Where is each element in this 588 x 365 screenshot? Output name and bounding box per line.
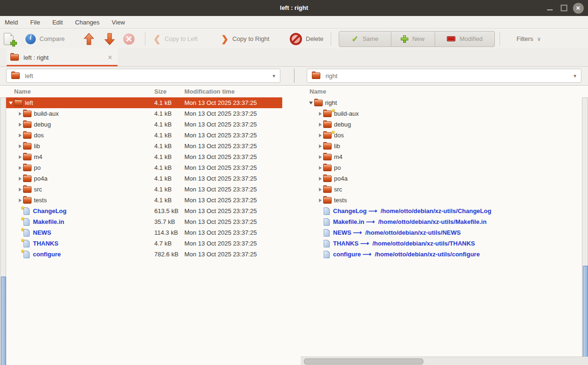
new-toggle-button[interactable]: New bbox=[391, 31, 435, 47]
copy-to-right-label: Copy to Right bbox=[232, 35, 270, 42]
expander-collapsed-icon[interactable] bbox=[19, 134, 22, 137]
window-title: left : right bbox=[0, 0, 588, 16]
row-size: 114.3 kB bbox=[154, 227, 178, 238]
expander-collapsed-icon[interactable] bbox=[19, 155, 22, 159]
menu-edit[interactable]: Edit bbox=[52, 19, 68, 26]
minimize-button[interactable] bbox=[543, 0, 557, 16]
expander-collapsed-icon[interactable] bbox=[319, 155, 322, 159]
left-scrollbar-thumb[interactable] bbox=[1, 277, 6, 365]
expander-collapsed-icon[interactable] bbox=[319, 134, 322, 137]
right-scrollbar-thumb[interactable] bbox=[583, 266, 588, 357]
symlink-target: ⟶ /home/otto/debian/xz-utils/NEWS bbox=[351, 227, 461, 238]
tree-row[interactable]: tests4.1 kBMon 13 Oct 2025 23:37:25 bbox=[6, 195, 282, 206]
delete-button[interactable]: Delete bbox=[290, 29, 324, 48]
tab-left-right[interactable]: left : right × bbox=[7, 48, 118, 66]
tree-row[interactable]: right bbox=[301, 97, 582, 108]
right-path-combobox[interactable]: right ▾ bbox=[307, 69, 581, 83]
tree-row[interactable]: m44.1 kBMon 13 Oct 2025 23:37:25 bbox=[6, 151, 282, 162]
expander-expanded-icon[interactable] bbox=[9, 102, 13, 104]
expander-collapsed-icon[interactable] bbox=[19, 198, 22, 202]
expander-collapsed-icon[interactable] bbox=[19, 144, 22, 148]
tree-row[interactable]: ChangeLog ⟶ /home/otto/debian/xz-utils/C… bbox=[301, 206, 582, 216]
tree-row[interactable]: left4.1 kBMon 13 Oct 2025 23:37:25 bbox=[6, 97, 282, 108]
left-vertical-scrollbar[interactable] bbox=[0, 97, 6, 365]
tree-row[interactable]: lib4.1 kBMon 13 Oct 2025 23:37:25 bbox=[6, 141, 282, 151]
expander-collapsed-icon[interactable] bbox=[319, 112, 322, 116]
next-change-button[interactable] bbox=[104, 29, 115, 48]
expander-collapsed-icon[interactable] bbox=[319, 177, 322, 181]
tree-row[interactable]: po4.1 kBMon 13 Oct 2025 23:37:25 bbox=[6, 162, 282, 173]
tree-row[interactable]: ★THANKS4.7 kBMon 13 Oct 2025 23:37:25 bbox=[6, 238, 282, 249]
copy-to-right-button[interactable]: ❯ Copy to Right bbox=[221, 29, 270, 48]
symlink-target: ⟶ /home/otto/debian/xz-utils/Makefile.in bbox=[364, 216, 486, 227]
expander-collapsed-icon[interactable] bbox=[319, 144, 322, 148]
right-vertical-scrollbar[interactable] bbox=[582, 97, 588, 357]
new-comparison-button[interactable] bbox=[4, 29, 14, 48]
new-emblem-star-icon: ★ bbox=[331, 130, 335, 135]
tree-row[interactable]: build-aux4.1 kBMon 13 Oct 2025 23:37:25 bbox=[6, 108, 282, 119]
tree-row[interactable]: ★ChangeLog613.5 kBMon 13 Oct 2025 23:37:… bbox=[6, 206, 282, 216]
close-button[interactable]: × bbox=[571, 0, 585, 16]
expander-collapsed-icon[interactable] bbox=[319, 198, 322, 202]
expander-collapsed-icon[interactable] bbox=[19, 177, 22, 181]
titlebar[interactable]: left : right × bbox=[0, 0, 588, 16]
maximize-button[interactable] bbox=[557, 0, 571, 16]
stop-button[interactable] bbox=[123, 29, 135, 48]
filters-button[interactable]: Filters ∨ bbox=[516, 29, 541, 48]
compare-button[interactable]: i Compare bbox=[25, 29, 64, 48]
expander-collapsed-icon[interactable] bbox=[319, 166, 322, 170]
tree-row[interactable]: ★build-aux bbox=[301, 108, 582, 119]
tree-row[interactable]: ★Makefile.in35.7 kBMon 13 Oct 2025 23:37… bbox=[6, 216, 282, 227]
tree-row[interactable]: ★dos bbox=[301, 130, 582, 141]
folder-icon bbox=[23, 143, 33, 150]
tree-row[interactable]: debug bbox=[301, 119, 582, 130]
tree-row[interactable]: ★configure782.6 kBMon 13 Oct 2025 23:37:… bbox=[6, 249, 282, 260]
copy-to-left-button[interactable]: ❮ Copy to Left bbox=[153, 29, 198, 48]
left-path-combobox[interactable]: left ▾ bbox=[6, 69, 280, 83]
row-size: 4.1 kB bbox=[154, 141, 172, 151]
horizontal-scrollbar-thumb[interactable] bbox=[304, 358, 423, 365]
previous-change-button[interactable] bbox=[84, 29, 94, 48]
folder-icon bbox=[323, 175, 333, 182]
folder-icon bbox=[14, 100, 24, 106]
expander-collapsed-icon[interactable] bbox=[319, 188, 322, 191]
tree-row[interactable]: NEWS ⟶ /home/otto/debian/xz-utils/NEWS bbox=[301, 227, 582, 238]
row-name: configure bbox=[33, 249, 61, 260]
tree-row[interactable]: debug4.1 kBMon 13 Oct 2025 23:37:25 bbox=[6, 119, 282, 130]
left-column-header-name[interactable]: Name bbox=[14, 86, 31, 97]
expander-collapsed-icon[interactable] bbox=[19, 188, 22, 191]
left-column-header-size[interactable]: Size bbox=[154, 86, 167, 97]
tree-row[interactable]: ★NEWS114.3 kBMon 13 Oct 2025 23:37:25 bbox=[6, 227, 282, 238]
tree-row[interactable]: src bbox=[301, 184, 582, 195]
tree-row[interactable]: po4a4.1 kBMon 13 Oct 2025 23:37:25 bbox=[6, 173, 282, 184]
right-column-header-name[interactable]: Name bbox=[310, 86, 326, 97]
file-icon: ★ bbox=[23, 207, 32, 215]
expander-collapsed-icon[interactable] bbox=[319, 123, 322, 127]
arrow-up-icon bbox=[84, 33, 94, 45]
tab-close-icon[interactable]: × bbox=[106, 54, 114, 61]
row-name: debug bbox=[34, 119, 51, 130]
expander-collapsed-icon[interactable] bbox=[19, 166, 22, 170]
menu-view[interactable]: View bbox=[112, 19, 131, 26]
tree-row[interactable]: lib bbox=[301, 141, 582, 151]
tree-row[interactable]: configure ⟶ /home/otto/debian/xz-utils/c… bbox=[301, 249, 582, 260]
modified-toggle-button[interactable]: Modified bbox=[435, 31, 495, 47]
expander-expanded-icon[interactable] bbox=[309, 102, 313, 104]
expander-collapsed-icon[interactable] bbox=[19, 112, 22, 116]
tree-row[interactable]: Makefile.in ⟶ /home/otto/debian/xz-utils… bbox=[301, 216, 582, 227]
same-toggle-button[interactable]: ✓ Same bbox=[339, 31, 391, 47]
right-horizontal-scrollbar[interactable] bbox=[301, 357, 588, 365]
menu-meld[interactable]: Meld bbox=[5, 19, 24, 26]
tree-row[interactable]: m4 bbox=[301, 151, 582, 162]
tree-row[interactable]: THANKS ⟶ /home/otto/debian/xz-utils/THAN… bbox=[301, 238, 582, 249]
menu-changes[interactable]: Changes bbox=[75, 19, 105, 26]
expander-collapsed-icon[interactable] bbox=[19, 123, 22, 127]
tree-row[interactable]: po4a bbox=[301, 173, 582, 184]
tree-row[interactable]: src4.1 kBMon 13 Oct 2025 23:37:25 bbox=[6, 184, 282, 195]
left-column-header-mtime[interactable]: Modification time bbox=[184, 86, 235, 97]
menu-file[interactable]: File bbox=[30, 19, 46, 26]
tree-row[interactable]: dos4.1 kBMon 13 Oct 2025 23:37:25 bbox=[6, 130, 282, 141]
tree-row[interactable]: po bbox=[301, 162, 582, 173]
pane-divider[interactable] bbox=[294, 69, 294, 83]
tree-row[interactable]: tests bbox=[301, 195, 582, 206]
